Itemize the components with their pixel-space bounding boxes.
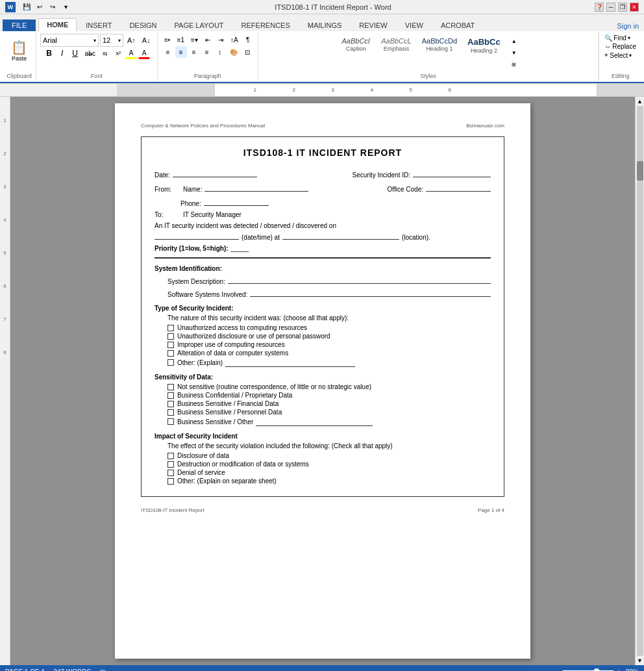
incident-date-field[interactable] [155, 231, 239, 240]
tab-mailings[interactable]: MAILINGS [299, 19, 351, 31]
layout-icon[interactable]: ⊡ [100, 668, 105, 672]
shading-button[interactable]: 🎨 [227, 46, 240, 58]
sensitivity-checkbox-4[interactable] [167, 418, 174, 425]
multilevel-list-button[interactable]: ≡▾ [188, 34, 201, 45]
incident-checkbox-4[interactable] [167, 359, 174, 366]
security-id-field[interactable] [413, 168, 491, 177]
bold-button[interactable]: B [43, 47, 55, 59]
font-name-selector[interactable]: Arial ▾ [40, 34, 99, 47]
font-group-content: Arial ▾ 12 ▾ A↑ A↓ B I U ab̶c x₂ [40, 34, 153, 71]
style-heading1[interactable]: AaBbCcDd Heading 1 [417, 35, 462, 70]
scroll-down-button[interactable]: ▼ [637, 657, 643, 664]
align-center-button[interactable]: ≡ [175, 46, 187, 58]
style-emphasis[interactable]: AaBbCcL Emphasis [377, 35, 415, 70]
zoom-in-button[interactable]: + [617, 668, 621, 672]
undo-button[interactable]: ↩ [34, 1, 45, 13]
scroll-thumb[interactable] [637, 161, 643, 181]
tab-acrobat[interactable]: ACROBAT [432, 19, 483, 31]
numbering-button[interactable]: ≡1 [175, 34, 187, 45]
office-code-field[interactable] [426, 183, 491, 192]
datetime-location-row: (date/time) at (location). [155, 231, 491, 241]
tab-references[interactable]: REFERENCES [233, 19, 299, 31]
sensitivity-checkbox-1[interactable] [167, 392, 174, 399]
styles-label: Styles [420, 71, 436, 79]
increase-indent-button[interactable]: ⇥ [215, 34, 227, 45]
phone-field[interactable] [204, 197, 269, 206]
other-explain-field[interactable] [225, 358, 355, 367]
date-field[interactable] [173, 168, 257, 177]
zoom-out-button[interactable]: ─ [555, 668, 560, 672]
tab-design[interactable]: DESIGN [121, 19, 165, 31]
sign-in-link[interactable]: Sign in [612, 21, 644, 31]
tab-file[interactable]: FILE [3, 19, 36, 31]
superscript-button[interactable]: x² [112, 47, 124, 59]
find-button[interactable]: 🔍 Find ▾ [603, 34, 638, 42]
zoom-thumb[interactable] [593, 668, 600, 671]
tab-review[interactable]: REVIEW [351, 19, 395, 31]
incident-checkbox-2[interactable] [167, 342, 174, 348]
underline-button[interactable]: U [69, 47, 81, 59]
impact-checkbox-0[interactable] [167, 453, 174, 459]
style-emphasis-preview: AaBbCcL [381, 37, 411, 45]
tab-insert[interactable]: INSERT [77, 19, 120, 31]
incident-location-field[interactable] [282, 231, 399, 240]
decrease-font-button[interactable]: A↓ [140, 34, 153, 46]
styles-expand-button[interactable]: ⊞ [508, 58, 520, 70]
incident-checkbox-1[interactable] [167, 333, 174, 340]
line-spacing-button[interactable]: ↕ [214, 46, 226, 58]
scroll-up-button[interactable]: ▲ [637, 98, 643, 105]
font-color-button[interactable]: A [138, 47, 150, 59]
impact-item-2: Denial of service [167, 469, 491, 476]
software-systems-field[interactable] [250, 288, 491, 297]
impact-checkbox-1[interactable] [167, 461, 174, 468]
borders-button[interactable]: ⊡ [242, 46, 253, 58]
sensitivity-checkbox-3[interactable] [167, 409, 174, 416]
align-left-button[interactable]: ≡ [162, 46, 174, 58]
redo-button[interactable]: ↪ [47, 1, 58, 13]
help-button[interactable]: ❓ [595, 3, 604, 12]
replace-button[interactable]: ↔ Replace [603, 42, 638, 51]
align-right-button[interactable]: ≡ [188, 46, 200, 58]
customize-qat-button[interactable]: ▾ [60, 1, 71, 13]
incident-checkbox-3[interactable] [167, 350, 174, 357]
italic-button[interactable]: I [56, 47, 68, 59]
select-button[interactable]: ⌖ Select ▾ [603, 51, 638, 60]
document-page[interactable]: Computer & Network Policies and Procedur… [115, 103, 530, 659]
tab-view[interactable]: VIEW [397, 19, 432, 31]
paste-button[interactable]: 📋 Paste [6, 34, 32, 68]
show-formatting-button[interactable]: ¶ [242, 34, 254, 45]
name-field[interactable] [204, 183, 308, 192]
restore-button[interactable]: ❐ [618, 3, 627, 12]
strikethrough-button[interactable]: ab̶c [82, 47, 99, 59]
status-left: PAGE 1 OF 4 247 WORDS ⊡ [5, 668, 105, 672]
style-heading2[interactable]: AaBbCc Heading 2 [463, 35, 505, 70]
impact-item-1: Destruction or modification of data or s… [167, 461, 491, 468]
styles-scroll-up-button[interactable]: ▲ [508, 35, 520, 47]
bullets-button[interactable]: ≡• [162, 34, 173, 45]
minimize-button[interactable]: ─ [606, 3, 615, 12]
sort-button[interactable]: ↕A [228, 34, 241, 45]
tab-page-layout[interactable]: PAGE LAYOUT [166, 19, 232, 31]
text-highlight-button[interactable]: A [125, 47, 137, 59]
justify-button[interactable]: ≡ [201, 46, 213, 58]
subscript-button[interactable]: x₂ [99, 47, 111, 59]
tab-home[interactable]: HOME [38, 18, 77, 31]
ruler: 1 2 3 4 5 6 [0, 84, 644, 97]
decrease-indent-button[interactable]: ⇤ [202, 34, 214, 45]
impact-checkbox-3[interactable] [167, 478, 174, 485]
sensitivity-checkbox-0[interactable] [167, 384, 174, 390]
incident-checkbox-0[interactable] [167, 325, 174, 331]
close-button[interactable]: ✕ [630, 3, 639, 12]
select-label: Select [610, 52, 628, 59]
increase-font-button[interactable]: A↑ [125, 34, 138, 46]
vertical-scrollbar[interactable]: ▲ ▼ [635, 97, 644, 665]
sensitivity-checkbox-2[interactable] [167, 401, 174, 407]
style-caption[interactable]: AaBbCcI Caption [336, 35, 375, 70]
zoom-percent[interactable]: 80% [626, 668, 639, 672]
impact-checkbox-2[interactable] [167, 470, 174, 476]
system-desc-field[interactable] [228, 275, 491, 284]
styles-scroll-down-button[interactable]: ▼ [508, 47, 520, 58]
sensitivity-other-field[interactable] [256, 417, 373, 426]
save-button[interactable]: 💾 [21, 1, 32, 13]
font-size-selector[interactable]: 12 ▾ [100, 34, 123, 47]
